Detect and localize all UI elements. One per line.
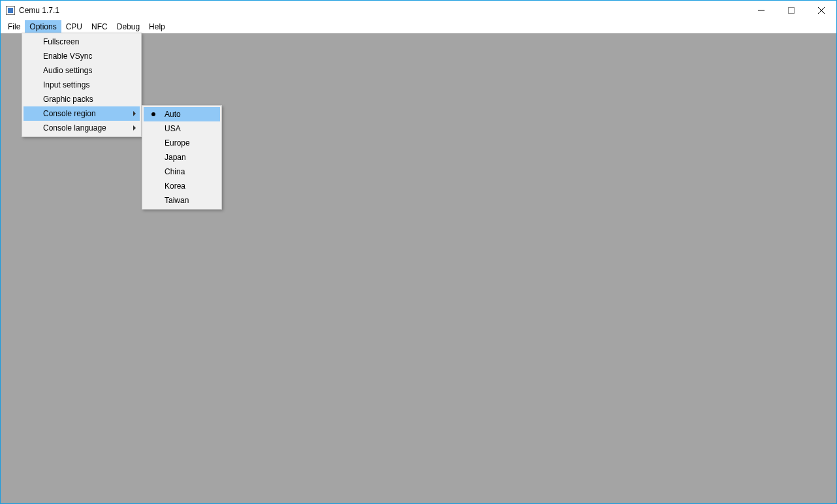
svg-rect-1 (789, 8, 795, 14)
minimize-icon (758, 7, 765, 14)
menu-label: Graphic packs (43, 95, 93, 104)
menu-label: Console region (43, 109, 96, 118)
menu-label: Console language (43, 123, 106, 133)
menu-label: USA (165, 124, 181, 133)
submenu-arrow-icon (133, 125, 136, 131)
menu-label: Japan (165, 153, 186, 162)
app-icon (6, 6, 15, 15)
menu-label: Audio settings (43, 66, 92, 75)
window-controls (746, 1, 836, 20)
options-item-input-settings[interactable]: Input settings (24, 78, 140, 92)
menu-debug[interactable]: Debug (112, 20, 144, 33)
maximize-icon (788, 7, 795, 14)
menu-label: Taiwan (165, 196, 189, 205)
menubar: File Options CPU NFC Debug Help (1, 20, 836, 33)
menu-label: Auto (165, 110, 181, 119)
submenu-arrow-icon (133, 111, 136, 116)
titlebar[interactable]: Cemu 1.7.1 (1, 1, 836, 20)
console-region-dropdown: Auto USA Europe Japan China Korea Taiwan (142, 105, 222, 210)
maximize-button[interactable] (776, 1, 806, 20)
region-item-japan[interactable]: Japan (144, 150, 220, 165)
menu-nfc[interactable]: NFC (87, 20, 112, 33)
region-item-auto[interactable]: Auto (144, 107, 220, 121)
close-icon (818, 7, 825, 14)
region-item-usa[interactable]: USA (144, 121, 220, 136)
options-item-graphic-packs[interactable]: Graphic packs (24, 92, 140, 106)
options-item-enable-vsync[interactable]: Enable VSync (24, 49, 140, 63)
region-item-taiwan[interactable]: Taiwan (144, 193, 220, 208)
options-dropdown: Fullscreen Enable VSync Audio settings I… (22, 33, 142, 137)
menu-options[interactable]: Options (25, 20, 61, 33)
menu-label: Enable VSync (43, 52, 92, 61)
options-item-audio-settings[interactable]: Audio settings (24, 63, 140, 78)
menu-label: Fullscreen (43, 37, 79, 46)
region-item-korea[interactable]: Korea (144, 179, 220, 193)
options-item-console-language[interactable]: Console language (24, 121, 140, 135)
region-item-europe[interactable]: Europe (144, 136, 220, 150)
options-item-fullscreen[interactable]: Fullscreen (24, 35, 140, 49)
menu-help[interactable]: Help (144, 20, 170, 33)
radio-selected-icon (151, 112, 155, 116)
menu-label: China (165, 167, 185, 176)
menu-label: Korea (165, 181, 185, 191)
menu-cpu[interactable]: CPU (61, 20, 87, 33)
menu-label: Input settings (43, 80, 89, 89)
minimize-button[interactable] (746, 1, 776, 20)
menu-file[interactable]: File (3, 20, 25, 33)
options-item-console-region[interactable]: Console region (24, 106, 140, 121)
region-item-china[interactable]: China (144, 165, 220, 179)
window-title: Cemu 1.7.1 (19, 6, 59, 15)
menu-label: Europe (165, 138, 190, 148)
close-button[interactable] (806, 1, 836, 20)
